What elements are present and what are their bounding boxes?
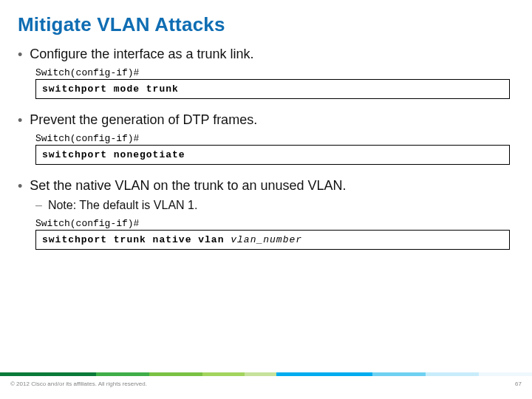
cli-command: switchport trunk native vlan — [42, 234, 231, 245]
bullet-item: • Prevent the generation of DTP frames. … — [18, 112, 514, 165]
bullet-row: • Prevent the generation of DTP frames. — [18, 112, 514, 129]
bullet-text: Set the native VLAN on the trunk to an u… — [30, 178, 346, 194]
cli-command-box: switchport mode trunk — [35, 79, 510, 99]
sub-bullet-row: – Note: The default is VLAN 1. — [35, 199, 514, 212]
sub-bullet-text: Note: The default is VLAN 1. — [48, 199, 197, 212]
footer: © 2012 Cisco and/or its affiliates. All … — [0, 372, 532, 399]
cli-command-box: switchport trunk native vlan vlan_number — [35, 230, 510, 250]
bullet-text: Configure the interface as a trunk link. — [30, 47, 253, 62]
slide-title: Mitigate VLAN Attacks — [18, 13, 514, 36]
cli-command-box: switchport nonegotiate — [35, 145, 510, 165]
bullet-row: • Configure the interface as a trunk lin… — [18, 47, 514, 63]
bullet-marker: • — [18, 178, 22, 194]
bullet-list: • Configure the interface as a trunk lin… — [18, 47, 514, 250]
bullet-row: • Set the native VLAN on the trunk to an… — [18, 178, 514, 194]
footer-page-number: 67 — [515, 381, 522, 387]
bullet-marker: • — [18, 47, 22, 63]
footer-row: © 2012 Cisco and/or its affiliates. All … — [0, 376, 532, 387]
cli-command: switchport nonegotiate — [42, 149, 185, 160]
footer-stripe — [0, 372, 532, 376]
bullet-item: • Set the native VLAN on the trunk to an… — [18, 178, 514, 250]
bullet-text: Prevent the generation of DTP frames. — [30, 112, 257, 128]
cli-prompt: Switch(config-if)# — [35, 67, 514, 78]
cli-prompt: Switch(config-if)# — [35, 133, 514, 144]
cli-command: switchport mode trunk — [42, 83, 179, 95]
slide: Mitigate VLAN Attacks • Configure the in… — [0, 0, 532, 399]
cli-command-arg: vlan_number — [231, 234, 302, 245]
cli-prompt: Switch(config-if)# — [35, 218, 514, 229]
sub-bullet-marker: – — [35, 199, 42, 212]
footer-copyright: © 2012 Cisco and/or its affiliates. All … — [10, 381, 147, 387]
bullet-item: • Configure the interface as a trunk lin… — [18, 47, 514, 99]
bullet-marker: • — [18, 112, 22, 129]
